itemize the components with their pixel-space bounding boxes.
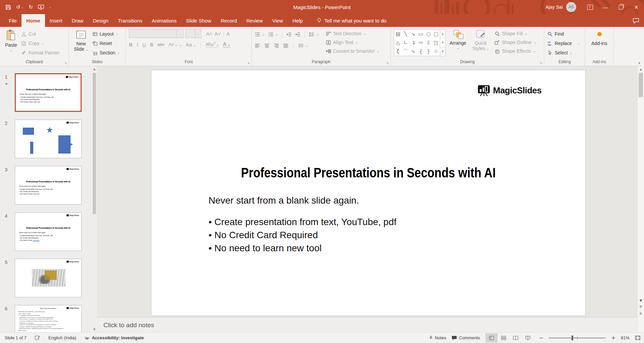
editor-scrollbar[interactable]: ▲ ▼ ⇈ ⇊ — [637, 66, 644, 333]
tab-design[interactable]: Design — [88, 14, 113, 27]
slide-5-thumbnail[interactable]: MagicSlides — [15, 259, 82, 297]
shape-elbow-arrow-icon[interactable]: ↴ — [409, 38, 417, 47]
change-case-button[interactable]: Aa ⌄ — [186, 42, 196, 47]
user-name[interactable]: Ajay Sai — [546, 4, 563, 10]
slide-3-thumbnail[interactable]: MagicSlides Professional Presentations i… — [15, 166, 82, 205]
thumb-scroll-up-icon[interactable]: ▲ — [93, 67, 95, 72]
select-button[interactable]: Select⌄ — [547, 48, 580, 57]
format-painter-button[interactable]: Format Painter — [21, 48, 60, 57]
shape-arrow-icon[interactable]: ↘ — [409, 30, 417, 38]
underline-button[interactable]: U — [142, 42, 146, 47]
comments-toggle-button[interactable]: Comments — [452, 335, 480, 340]
gallery-row-down-button[interactable]: ▼ — [440, 38, 445, 47]
tab-slide-show[interactable]: Slide Show — [181, 14, 216, 27]
slide-canvas[interactable]: MagicSlides Professional Presentations i… — [151, 70, 586, 316]
next-slide-button[interactable]: ⇊ — [639, 311, 642, 315]
columns-button[interactable]: ⌄ — [298, 41, 308, 50]
save-button[interactable] — [5, 4, 11, 10]
editor-scroll-up-icon[interactable]: ▲ — [640, 66, 642, 72]
shape-scribble-icon[interactable]: ζ — [394, 47, 402, 56]
tab-home[interactable]: Home — [21, 14, 45, 27]
undo-chevron-icon[interactable]: ⌄ — [21, 5, 24, 9]
slide-title[interactable]: Professional Presentations in Seconds wi… — [186, 165, 550, 181]
font-name-select[interactable]: ⌄ — [129, 29, 183, 38]
numbering-button[interactable]: ⌄ — [268, 30, 278, 39]
thumb-scrollbar-thumb[interactable] — [93, 73, 96, 214]
shape-arc-icon[interactable]: ⌒ — [402, 47, 410, 56]
undo-button[interactable]: ↺⌄ — [16, 4, 24, 10]
font-color-button[interactable]: A ⌄ — [223, 41, 230, 48]
tab-insert[interactable]: Insert — [45, 14, 67, 27]
text-direction-button[interactable]: Text Direction⌄ — [326, 29, 379, 38]
reading-view-button[interactable] — [510, 333, 522, 342]
justify-button[interactable] — [283, 43, 288, 48]
customize-qat-button[interactable]: ⌄ — [49, 5, 52, 9]
strikethrough-button[interactable]: abc — [157, 42, 165, 47]
layout-button[interactable]: Layout⌄ — [92, 29, 120, 39]
tab-draw[interactable]: Draw — [67, 14, 88, 27]
line-spacing-button[interactable]: ⌄ — [309, 30, 319, 39]
slide-sorter-view-button[interactable] — [498, 333, 510, 342]
shape-right-arrow-icon[interactable]: ⇨ — [417, 38, 425, 47]
paragraph-dialog-launcher[interactable]: ↘ — [386, 59, 389, 66]
text-shadow-button[interactable]: S — [150, 42, 153, 47]
align-center-button[interactable] — [264, 43, 270, 48]
bold-button[interactable]: B — [129, 42, 133, 47]
shape-line-icon[interactable]: ╲ — [402, 30, 410, 38]
shape-rectangle-icon[interactable]: ▭ — [417, 30, 425, 38]
paste-button[interactable]: Paste ⌄ — [3, 29, 19, 51]
notes-toggle-button[interactable]: ≜ Notes — [429, 335, 446, 340]
proofing-status-button[interactable] — [35, 335, 40, 340]
tab-file[interactable]: File — [4, 14, 21, 27]
new-slide-button[interactable]: NewSlide ⌄ — [72, 29, 90, 52]
shape-right-brace-icon[interactable]: } — [425, 47, 432, 56]
previous-slide-button[interactable]: ⇈ — [639, 305, 642, 309]
slide-bullets[interactable]: • Create presentation from text, YouTube… — [209, 215, 397, 255]
slideshow-view-button[interactable] — [522, 333, 534, 342]
grow-font-button[interactable]: A˄ — [206, 31, 213, 37]
copy-button[interactable]: Copy ⌄ — [21, 39, 60, 48]
normal-view-button[interactable] — [486, 333, 498, 342]
accessibility-button[interactable]: Accessibility: Investigate — [84, 335, 144, 341]
replace-button[interactable]: abac Replace⌄ — [547, 39, 580, 48]
slide-6-thumbnail[interactable]: MagicSlides End of the Presentation Mark… — [15, 305, 82, 333]
tab-review[interactable]: Review — [242, 14, 268, 27]
shape-outline-button[interactable]: Shape Outline⌄ — [494, 38, 536, 47]
slide-2-thumbnail[interactable]: MagicSlides ★ ▶ — [15, 120, 82, 158]
zoom-out-button[interactable]: − — [539, 335, 544, 341]
shape-star-icon[interactable]: ☆ — [432, 47, 440, 56]
section-button[interactable]: Section⌄ — [92, 48, 120, 57]
shrink-font-button[interactable]: A˅ — [215, 31, 221, 37]
editor-scroll-down-icon[interactable]: ▼ — [640, 299, 642, 302]
slide-4-thumbnail[interactable]: MagicSlides Professional Presentations i… — [15, 212, 82, 251]
zoom-slider-thumb[interactable] — [571, 336, 573, 340]
zoom-in-button[interactable]: + — [611, 335, 615, 341]
tell-me-box[interactable]: Tell me what you want to do — [317, 14, 386, 27]
shape-textbox-icon[interactable]: ▤ — [394, 30, 402, 38]
zoom-level[interactable]: 81% — [621, 335, 630, 340]
decrease-indent-button[interactable] — [286, 30, 292, 39]
gallery-more-button[interactable]: ▼ — [440, 47, 445, 56]
font-size-select[interactable]: ⌄ — [185, 29, 201, 38]
tab-help[interactable]: Help — [288, 14, 308, 27]
shape-curve-icon[interactable]: ∿ — [409, 47, 417, 56]
shape-triangle-icon[interactable]: △ — [394, 38, 402, 47]
thumbnail-scrollbar[interactable]: ▲ ▼ — [92, 67, 97, 332]
highlight-color-button[interactable]: ab🖊⌄ — [205, 41, 219, 48]
tab-record[interactable]: Record — [216, 14, 241, 27]
shape-oval-icon[interactable]: ○ — [425, 30, 432, 38]
clear-formatting-button[interactable]: A — [227, 31, 230, 37]
quick-styles-button[interactable]: QuickStyles ⌄ — [470, 29, 491, 51]
minimize-button[interactable]: — — [598, 0, 613, 14]
align-right-button[interactable] — [274, 43, 279, 48]
close-button[interactable]: × — [629, 0, 644, 14]
notes-pane[interactable]: Click to add notes — [97, 317, 638, 333]
zoom-slider[interactable] — [549, 338, 606, 338]
align-text-button[interactable]: Align Text⌄ — [326, 38, 379, 47]
editor-scrollbar-thumb[interactable] — [639, 73, 643, 97]
character-spacing-button[interactable]: AV↔ ⌄ — [169, 42, 182, 47]
language-button[interactable]: English (India) — [48, 335, 76, 340]
addins-button[interactable]: Add-ins — [589, 29, 609, 46]
fit-slide-button[interactable] — [635, 335, 641, 340]
share-comment-icon[interactable] — [633, 18, 639, 25]
